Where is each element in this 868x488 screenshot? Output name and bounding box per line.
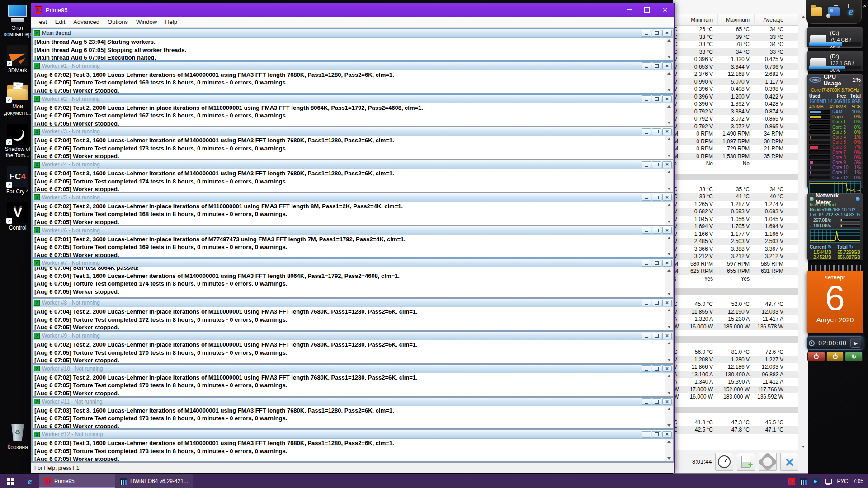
taskbar-ie-icon[interactable]: e: [21, 474, 39, 488]
timer-start-button[interactable]: ▶: [850, 338, 861, 348]
child-minimize-button[interactable]: [642, 365, 651, 372]
menu-item-advanced[interactable]: Advanced: [69, 17, 104, 27]
refresh-icon[interactable]: ↻: [849, 244, 853, 250]
child-minimize-button[interactable]: [642, 260, 651, 267]
child-scrollbar[interactable]: [665, 169, 673, 192]
child-close-button[interactable]: [662, 30, 672, 37]
child-scrollbar[interactable]: [665, 103, 673, 126]
menu-item-options[interactable]: Options: [104, 17, 132, 27]
p95-child-titlebar[interactable]: 2Worker #4 - Not running: [33, 160, 673, 169]
maximize-button[interactable]: [638, 3, 656, 17]
child-minimize-button[interactable]: [642, 194, 651, 201]
scroll-up-icon[interactable]: [666, 70, 673, 76]
child-restore-button[interactable]: [652, 62, 661, 69]
taskbar-clock[interactable]: 7:05: [853, 478, 863, 484]
scroll-down-icon[interactable]: [666, 186, 673, 192]
calendar-gadget[interactable]: четверг 6 Август 2020: [807, 265, 863, 333]
hwinfo-title-area[interactable]: [673, 0, 808, 14]
child-restore-button[interactable]: [652, 333, 661, 339]
child-restore-button[interactable]: [652, 161, 661, 168]
child-minimize-button[interactable]: [642, 30, 651, 37]
child-scrollbar[interactable]: [665, 38, 673, 60]
close-icon[interactable]: [860, 2, 868, 9]
scroll-up-icon[interactable]: [666, 38, 673, 43]
menu-item-test[interactable]: Test: [32, 17, 51, 27]
scroll-down-icon[interactable]: [666, 87, 673, 93]
scroll-up-icon[interactable]: [666, 373, 673, 379]
child-close-button[interactable]: [662, 128, 672, 135]
tray-app-icon[interactable]: ▶: [812, 478, 820, 485]
hwinfo-header-average[interactable]: Average: [754, 14, 792, 25]
child-minimize-button[interactable]: [642, 128, 651, 135]
p95-child-titlebar[interactable]: 2Worker #8 - Not running: [33, 299, 673, 307]
scroll-down-icon[interactable]: [666, 422, 673, 428]
scroll-up-icon[interactable]: [666, 169, 673, 175]
scroll-down-icon[interactable]: [666, 54, 673, 60]
child-minimize-button[interactable]: [642, 398, 651, 405]
child-close-button[interactable]: [662, 260, 672, 267]
child-restore-button[interactable]: [652, 194, 661, 201]
child-restore-button[interactable]: [652, 398, 661, 405]
desktop-icon-mark3d[interactable]: ↗3DMark: [0, 45, 35, 74]
shutdown-button[interactable]: [807, 352, 825, 361]
p95-child-titlebar[interactable]: 2Worker #9 - Not running: [33, 332, 673, 340]
child-scrollbar[interactable]: [665, 340, 673, 363]
child-close-button[interactable]: [662, 194, 672, 201]
scroll-down-icon[interactable]: [666, 357, 673, 363]
desktop-icon-control[interactable]: V↗Control: [0, 202, 35, 231]
child-restore-button[interactable]: [652, 128, 661, 135]
child-minimize-button[interactable]: [642, 95, 651, 102]
desktop-icon-computer[interactable]: Этот компьютер: [0, 3, 35, 38]
scroll-up-icon[interactable]: [666, 307, 673, 313]
maximize-icon[interactable]: [845, 2, 855, 9]
p95-child-titlebar[interactable]: 2Worker #3 - Not running: [33, 127, 673, 136]
p95-child-titlebar[interactable]: 2Worker #11 - Not running: [33, 398, 673, 406]
sleep-button[interactable]: [826, 352, 844, 361]
minimize-icon[interactable]: [831, 2, 841, 9]
tray-prime95-icon[interactable]: 2-1: [788, 478, 795, 485]
child-minimize-button[interactable]: [642, 431, 651, 438]
menu-item-window[interactable]: Window: [132, 17, 161, 27]
p95-child-titlebar[interactable]: 2Main thread: [33, 29, 673, 38]
p95-child-titlebar[interactable]: 2Worker #5 - Not running: [33, 193, 673, 202]
uptime-clock-button[interactable]: [715, 453, 733, 471]
scroll-down-icon[interactable]: [666, 251, 673, 257]
settings-gear-button[interactable]: [759, 453, 777, 471]
child-minimize-button[interactable]: [642, 300, 651, 306]
hwinfo-column-headers[interactable]: t Minimum Maximum Average: [673, 14, 808, 26]
refresh-icon[interactable]: ↻: [828, 244, 831, 250]
scroll-up-icon[interactable]: [666, 136, 673, 142]
child-restore-button[interactable]: [652, 30, 661, 37]
scroll-down-icon[interactable]: [666, 390, 673, 396]
child-minimize-button[interactable]: [642, 62, 651, 69]
scroll-down-icon[interactable]: [666, 455, 673, 461]
child-scrollbar[interactable]: [665, 235, 673, 258]
child-scrollbar[interactable]: [665, 267, 673, 297]
child-scrollbar[interactable]: [665, 70, 673, 93]
drive-c-gadget[interactable]: (C:) 79.4 GB / 36%: [807, 27, 863, 48]
desktop-icon-docs[interactable]: ↗Мои документ...: [0, 81, 35, 116]
minimize-button[interactable]: [620, 3, 638, 17]
child-close-button[interactable]: [662, 300, 672, 306]
hwinfo-close-button[interactable]: [780, 453, 798, 471]
scroll-up-icon[interactable]: [666, 202, 673, 208]
desktop-icon-shadow[interactable]: ↗Shadow of the Tom...: [0, 124, 35, 159]
child-close-button[interactable]: [662, 398, 672, 405]
scroll-up-icon[interactable]: [666, 235, 673, 241]
p95-child-titlebar[interactable]: 2Worker #7 - Not running: [33, 259, 673, 267]
p95-child-titlebar[interactable]: 2Worker #12 - Not running: [33, 430, 673, 439]
scroll-down-icon[interactable]: [666, 324, 673, 330]
child-close-button[interactable]: [662, 62, 672, 69]
child-minimize-button[interactable]: [642, 227, 651, 234]
child-close-button[interactable]: [662, 431, 672, 438]
child-scrollbar[interactable]: [665, 373, 673, 396]
folder-icon[interactable]: [811, 6, 822, 18]
scroll-down-icon[interactable]: [666, 291, 673, 297]
child-scrollbar[interactable]: [665, 439, 673, 461]
tray-hwinfo-icon[interactable]: [800, 478, 807, 485]
prime95-titlebar[interactable]: 2-1 Prime95: [31, 3, 674, 17]
child-minimize-button[interactable]: [642, 333, 651, 339]
p95-child-titlebar[interactable]: 2Worker #1 - Not running: [33, 62, 673, 70]
child-scrollbar[interactable]: [665, 307, 673, 330]
child-restore-button[interactable]: [652, 365, 661, 372]
